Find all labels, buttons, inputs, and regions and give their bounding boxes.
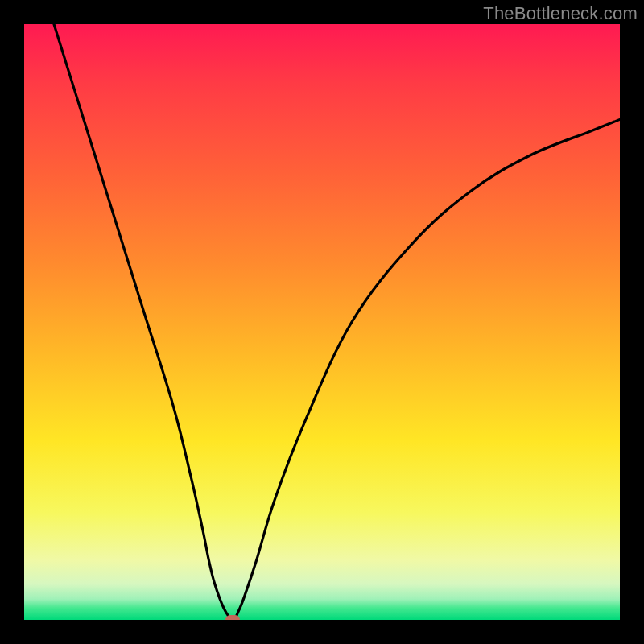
plot-area xyxy=(24,24,620,620)
chart-frame: TheBottleneck.com xyxy=(0,0,644,644)
bottleneck-curve xyxy=(24,24,620,620)
watermark-text: TheBottleneck.com xyxy=(483,3,638,24)
optimal-point-marker xyxy=(225,615,240,620)
